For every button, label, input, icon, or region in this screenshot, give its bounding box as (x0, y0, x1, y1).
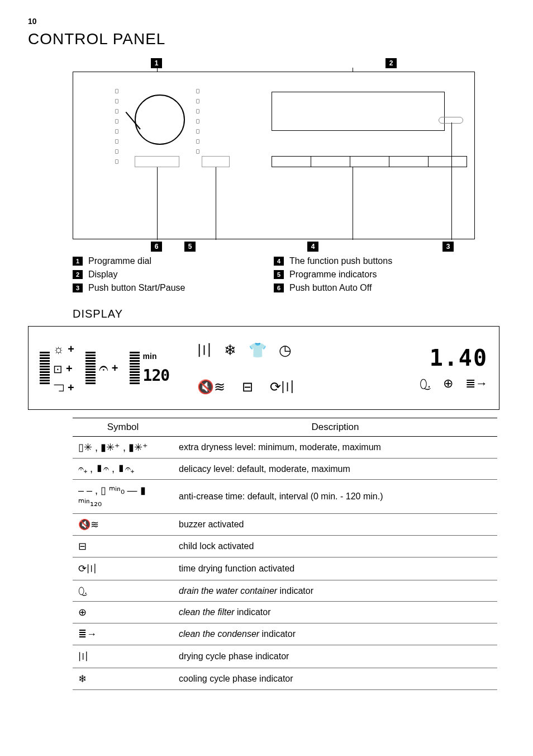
callout-3: 3 (442, 242, 454, 252)
plus-icon: + (68, 343, 74, 356)
description-cell: cooling cycle phase indicator (173, 668, 497, 690)
child-lock-icon: ⊟ (242, 379, 253, 395)
symbol-cell: ⊕ (73, 602, 173, 623)
table-row: ⟳〣time drying function activated (73, 557, 497, 580)
min-value: 120 (143, 366, 170, 385)
symbol-cell: ≣→ (73, 623, 173, 645)
legend-badge-5: 5 (274, 270, 284, 279)
symbol-cell: 〣 (73, 645, 173, 668)
legend-label-5: Programme indicators (289, 270, 377, 280)
legend-label-2: Display (88, 270, 117, 280)
dial-indicators-right (196, 89, 199, 154)
symbol-cell: 🔇≋ (73, 514, 173, 536)
shirt-icon: 👕 (249, 342, 266, 359)
callout-4: 4 (307, 242, 318, 252)
symbol-cell: ❄︎ (73, 668, 173, 690)
description-cell: buzzer activated (173, 514, 497, 536)
table-row: 🔇≋buzzer activated (73, 514, 497, 536)
table-row: 〣drying cycle phase indicator (73, 645, 497, 668)
table-row: ❄︎cooling cycle phase indicator (73, 668, 497, 690)
table-row: – – , ▯ ᵐⁱⁿ₀ — ▮ ᵐⁱⁿ₁₂₀anti-crease time:… (73, 480, 497, 514)
control-panel-diagram (73, 72, 475, 239)
legend-badge-6: 6 (274, 284, 284, 292)
table-row: 𝄐₊ , ▮𝄐 , ▮𝄐₊delicacy level: default, mo… (73, 459, 497, 480)
legend-label-6: Push button Auto Off (289, 283, 372, 293)
th-symbol: Symbol (73, 418, 173, 437)
table-row: ⬯͜.drain the water container indicator (73, 580, 497, 602)
callout-6: 6 (151, 242, 162, 252)
symbol-table: Symbol Description ▯✳ , ▮✳⁺ , ▮✳⁺extra d… (73, 418, 497, 690)
description-cell: drain the water container indicator (173, 580, 497, 602)
th-description: Description (173, 418, 497, 437)
table-row: ≣→clean the condenser indicator (73, 623, 497, 645)
callout-row-bottom: 6 5 4 3 (73, 239, 475, 251)
level-bar-icon (130, 352, 140, 384)
cooling-phase-icon: ❄︎ (224, 342, 236, 359)
symbol-cell: ▯✳ , ▮✳⁺ , ▮✳⁺ (73, 437, 173, 459)
symbol-cell: ⬯͜. (73, 580, 173, 602)
anticrease-icon: ⫎ (53, 381, 64, 394)
plus-icon: + (112, 362, 118, 375)
drain-water-icon: ⬯͜. (420, 376, 431, 391)
plus-icon: + (68, 381, 74, 394)
description-cell: clean the filter indicator (173, 602, 497, 623)
description-cell: drying cycle phase indicator (173, 645, 497, 668)
legend-badge-1: 1 (73, 257, 83, 266)
symbol-cell: ⊟ (73, 536, 173, 557)
clock-icon: ◷ (279, 342, 292, 359)
legend-label-1: Programme dial (88, 256, 151, 266)
square-dots-icon: ⊡ (53, 362, 63, 376)
programme-dial (135, 94, 185, 145)
legend: 1Programme dial 2Display 3Push button St… (73, 256, 475, 293)
auto-off-button (135, 156, 179, 167)
table-row: ▯✳ , ▮✳⁺ , ▮✳⁺extra dryness level: minim… (73, 437, 497, 459)
buzzer-icon: 🔇≋ (197, 379, 225, 395)
dial-indicators-left (115, 89, 118, 164)
start-pause-button (439, 117, 463, 124)
time-drying-icon: ⟳〣 (270, 378, 294, 396)
legend-badge-3: 3 (73, 284, 83, 292)
callout-1: 1 (151, 58, 162, 68)
programme-indicator-box (202, 156, 230, 167)
description-cell: child lock activated (173, 536, 497, 557)
drying-phase-icon: 〣 (197, 341, 212, 360)
display-example: ☼+ ⊡+ ⫎+ 𝄐+ min 120 〣 ❄︎ 👕 ◷ 🔇≋ ⊟ ⟳〣 (28, 326, 499, 410)
symbol-cell: ⟳〣 (73, 557, 173, 580)
sun-icon: ☼ (53, 342, 64, 357)
clean-condenser-icon: ≣→ (465, 376, 488, 391)
min-label: min (143, 352, 157, 361)
description-cell: clean the condenser indicator (173, 623, 497, 645)
callout-row-top: 1 2 (73, 58, 475, 72)
callout-5: 5 (184, 242, 196, 252)
description-cell: extra dryness level: minimum, moderate, … (173, 437, 497, 459)
symbol-cell: 𝄐₊ , ▮𝄐 , ▮𝄐₊ (73, 459, 173, 480)
callout-2: 2 (386, 58, 397, 68)
table-row: ⊟child lock activated (73, 536, 497, 557)
page-title: CONTROL PANEL (28, 30, 499, 48)
legend-badge-2: 2 (73, 270, 83, 279)
plus-icon: + (66, 362, 73, 375)
legend-label-3: Push button Start/Pause (88, 283, 185, 293)
function-buttons (272, 156, 467, 167)
page-number: 10 (28, 17, 499, 26)
time-remaining: 1.40 (430, 345, 488, 371)
description-cell: time drying function activated (173, 557, 497, 580)
display-section-title: DISPLAY (73, 308, 499, 320)
description-cell: anti-crease time: default, interval (0 m… (173, 480, 497, 514)
symbol-cell: – – , ▯ ᵐⁱⁿ₀ — ▮ ᵐⁱⁿ₁₂₀ (73, 480, 173, 514)
table-row: ⊕clean the filter indicator (73, 602, 497, 623)
legend-badge-4: 4 (274, 257, 284, 266)
legend-label-4: The function push buttons (289, 256, 392, 266)
clean-filter-icon: ⊕ (443, 376, 453, 391)
display-area (272, 92, 445, 131)
delicacy-icon: 𝄐 (99, 358, 108, 378)
level-bar-icon (40, 352, 50, 384)
description-cell: delicacy level: default, moderate, maxim… (173, 459, 497, 480)
level-bar-icon (85, 352, 96, 384)
